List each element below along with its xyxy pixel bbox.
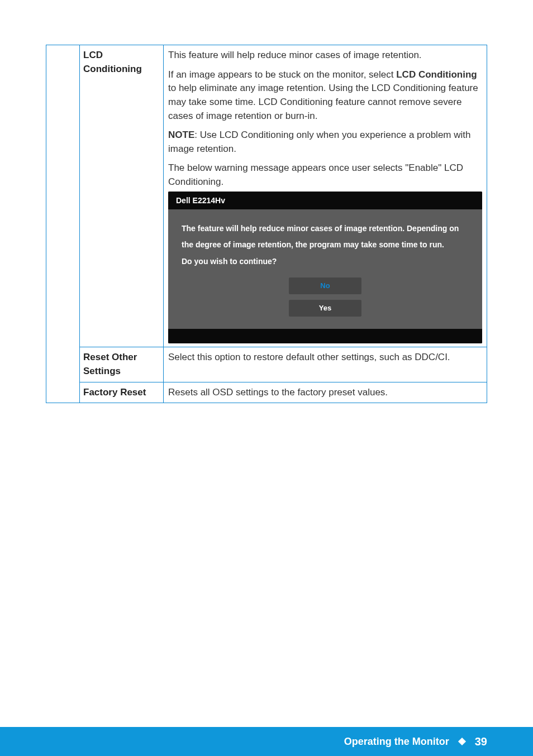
page-footer: Operating the Monitor 39 [0,727,533,756]
paragraph: The below warning message appears once u… [168,161,482,189]
document-page: LCD Conditioning This feature will help … [0,0,533,756]
table-row: Factory Reset Resets all OSD settings to… [46,382,487,403]
footer-page-number: 39 [475,735,487,748]
setting-label-reset-other: Reset Other Settings [80,347,164,382]
footer-section-title: Operating the Monitor [344,736,449,748]
table-row: Reset Other Settings Select this option … [46,347,487,382]
osd-buttons: No Yes [182,277,469,317]
setting-label-factory-reset: Factory Reset [80,382,164,403]
osd-footer-bar [168,329,482,343]
osd-yes-button[interactable]: Yes [289,300,361,317]
paragraph: If an image appears to be stuck on the m… [168,68,482,123]
diamond-icon [458,738,466,745]
setting-desc-factory-reset: Resets all OSD settings to the factory p… [164,382,487,403]
osd-message: The feature will help reduce minor cases… [182,221,469,270]
osd-title: Dell E2214Hv [168,192,482,209]
setting-label-lcd-conditioning: LCD Conditioning [80,45,164,347]
table-row: LCD Conditioning This feature will help … [46,45,487,347]
osd-dialog: Dell E2214Hv The feature will help reduc… [168,192,482,343]
paragraph: NOTE: Use LCD Conditioning only when you… [168,128,482,156]
setting-desc-reset-other: Select this option to restore default ot… [164,347,487,382]
setting-desc-lcd-conditioning: This feature will help reduce minor case… [164,45,487,347]
osd-no-button[interactable]: No [289,277,361,294]
osd-body: The feature will help reduce minor cases… [168,209,482,329]
paragraph: This feature will help reduce minor case… [168,49,482,63]
icon-column [46,45,80,403]
settings-table: LCD Conditioning This feature will help … [46,45,487,403]
